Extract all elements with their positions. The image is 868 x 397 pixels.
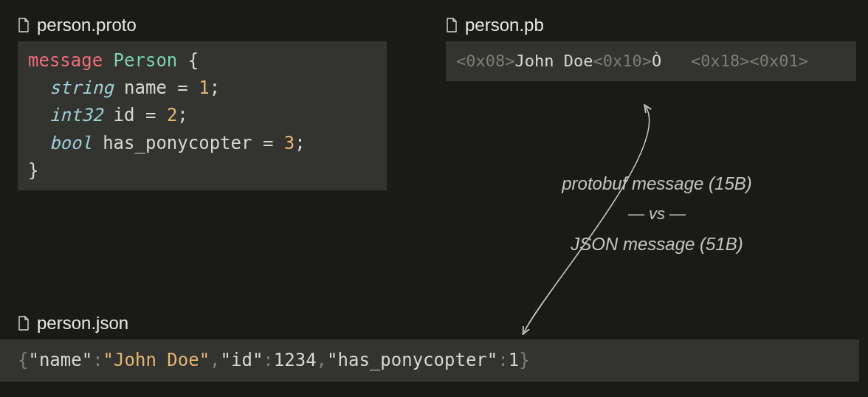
pb-file-header: person.pb xyxy=(446,15,856,41)
field-id: id xyxy=(114,105,135,125)
brace-close: } xyxy=(28,160,38,181)
json-val-name: "John Doe" xyxy=(103,350,210,370)
hex-byte: <0x10> xyxy=(593,52,651,70)
field-type-int32: int32 xyxy=(49,105,103,125)
keyword-message: message xyxy=(28,50,103,71)
comparison-label: protobuf message (15B) — vs — JSON messa… xyxy=(517,170,797,258)
comma: , xyxy=(317,350,327,370)
brace-close: } xyxy=(519,350,529,370)
comma: , xyxy=(210,350,220,370)
proto-file-name: person.proto xyxy=(37,15,137,35)
field-type-string: string xyxy=(49,77,114,98)
semicolon: ; xyxy=(210,77,220,98)
json-key-id: "id" xyxy=(221,350,264,370)
brace-open: { xyxy=(18,350,28,370)
json-key-ponycopter: "has_ponycopter" xyxy=(327,350,497,370)
compare-json-line: JSON message (51B) xyxy=(517,230,797,258)
pb-raw-byte: Ò xyxy=(652,52,661,70)
pb-panel: person.pb <0x08>John Doe<0x10>Ò <0x18><0… xyxy=(446,15,856,81)
json-code: {"name":"John Doe","id":1234,"has_ponyco… xyxy=(0,339,859,382)
semicolon: ; xyxy=(177,105,187,125)
semicolon: ; xyxy=(294,133,305,153)
colon: : xyxy=(263,350,273,370)
proto-panel: person.proto message Person { string nam… xyxy=(18,15,387,190)
hex-byte: <0x18> xyxy=(691,52,749,70)
json-file-header: person.json xyxy=(18,313,859,339)
hex-byte: <0x08> xyxy=(456,52,514,70)
json-panel: person.json {"name":"John Doe","id":1234… xyxy=(18,313,859,382)
equals: = xyxy=(263,133,273,153)
pb-file-name: person.pb xyxy=(465,15,544,35)
colon: : xyxy=(497,350,508,370)
type-person: Person xyxy=(114,50,178,71)
field-num: 3 xyxy=(284,133,294,153)
json-val-ponycopter: 1 xyxy=(509,350,519,370)
compare-vs: — vs — xyxy=(517,201,797,227)
field-num: 2 xyxy=(167,105,177,125)
json-file-name: person.json xyxy=(37,313,128,334)
json-val-id: 1234 xyxy=(274,350,317,370)
file-icon xyxy=(446,18,458,32)
equals: = xyxy=(145,105,156,125)
field-type-bool: bool xyxy=(49,133,92,153)
compare-protobuf-line: protobuf message (15B) xyxy=(517,170,797,198)
field-ponycopter: has_ponycopter xyxy=(103,133,252,153)
proto-file-header: person.proto xyxy=(18,15,387,41)
field-name: name xyxy=(124,77,167,98)
pb-bytes: <0x08>John Doe<0x10>Ò <0x18><0x01> xyxy=(446,41,856,81)
brace-open: { xyxy=(188,50,199,71)
gap xyxy=(661,52,691,70)
proto-code: message Person { string name = 1; int32 … xyxy=(18,41,387,190)
equals: = xyxy=(177,77,187,98)
colon: : xyxy=(92,350,103,370)
file-icon xyxy=(18,316,30,331)
json-key-name: "name" xyxy=(28,350,92,370)
pb-name-value: John Doe xyxy=(514,52,593,70)
hex-byte: <0x01> xyxy=(749,52,807,70)
file-icon xyxy=(18,18,30,32)
field-num: 1 xyxy=(199,77,209,98)
